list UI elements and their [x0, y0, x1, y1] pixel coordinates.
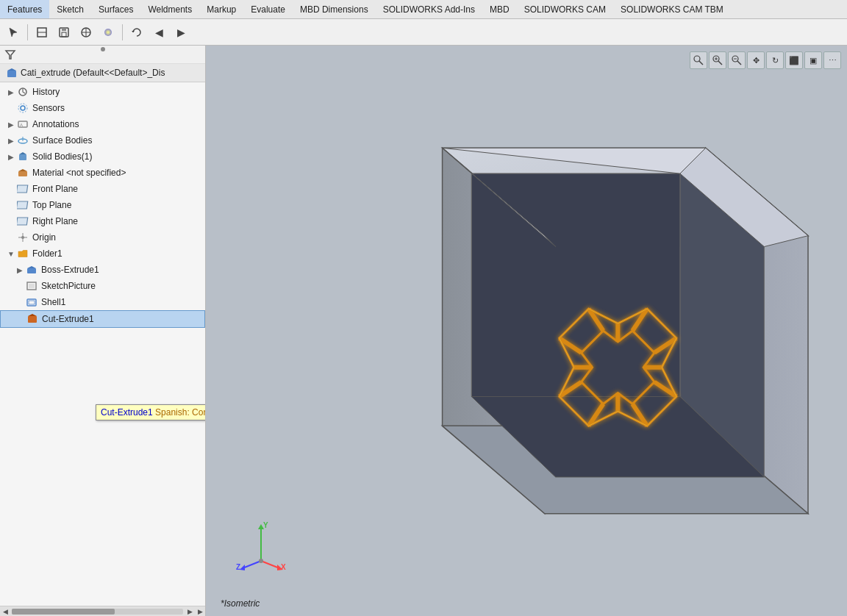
model-3d: [206, 46, 847, 616]
svg-rect-24: [17, 201, 28, 209]
3d-viewport[interactable]: ✥ ↻ ⬛ ▣ ⋯: [206, 46, 847, 616]
feature-tree-panel: Cati_extrude (Default<<Default>_Dis ▶ Hi…: [0, 46, 206, 616]
feature-tree: ▶ History ▶ Sensors ▶ A Annota: [0, 82, 205, 616]
tree-item-sketch-picture[interactable]: ▶ SketchPicture: [0, 278, 205, 294]
svg-text:Y: Y: [263, 521, 268, 529]
material-icon: [16, 166, 29, 179]
tree-item-right-plane[interactable]: ▶ Right Plane: [0, 213, 205, 229]
tree-item-front-plane[interactable]: ▶ Front Plane: [0, 181, 205, 197]
svg-line-40: [718, 61, 722, 65]
svg-point-13: [21, 106, 25, 110]
zoom-in-btn[interactable]: [709, 51, 726, 69]
menu-solidworks-cam-tbm[interactable]: SOLIDWORKS CAM TBM: [613, 0, 731, 18]
save-btn[interactable]: [54, 22, 74, 43]
tree-item-solid-bodies[interactable]: ▶ Solid Bodies(1): [0, 148, 205, 165]
menu-mbd-dimensions[interactable]: MBD Dimensions: [293, 0, 376, 18]
svg-point-28: [21, 236, 24, 239]
tree-item-surface-bodies[interactable]: ▶ Surface Bodies: [0, 132, 205, 148]
toolbar: ◀ ▶: [0, 19, 847, 46]
svg-rect-23: [17, 185, 28, 193]
chevron-right-btn[interactable]: ▶: [171, 22, 191, 43]
svg-rect-3: [62, 28, 66, 31]
orientation-btn[interactable]: [76, 22, 96, 43]
zoom-out-btn[interactable]: [728, 51, 746, 69]
svg-marker-30: [27, 266, 36, 268]
menu-markup[interactable]: Markup: [199, 0, 243, 18]
svg-rect-25: [17, 218, 28, 225]
tree-item-history[interactable]: ▶ History: [0, 84, 205, 100]
right-plane-icon: [16, 215, 29, 228]
tree-item-shell1[interactable]: ▶ Shell1: [0, 294, 205, 310]
appearance-btn[interactable]: [98, 22, 118, 43]
svg-point-37: [694, 56, 700, 62]
display-style-btn[interactable]: ▣: [804, 51, 822, 69]
expand-history[interactable]: ▶: [6, 87, 16, 97]
sketch-picture-label: SketchPicture: [41, 281, 202, 291]
menu-sketch[interactable]: Sketch: [49, 0, 91, 18]
sketch-view-btn[interactable]: [32, 22, 52, 43]
svg-line-76: [243, 561, 261, 568]
origin-icon: [16, 231, 29, 244]
surface-bodies-icon: [16, 134, 29, 147]
svg-point-79: [259, 559, 263, 563]
svg-text:X: X: [281, 563, 286, 571]
svg-marker-36: [28, 314, 37, 316]
panel-resize-handle[interactable]: [202, 46, 205, 616]
tree-item-boss-extrude1[interactable]: ▶ Boss-Extrude1: [0, 262, 205, 278]
svg-marker-11: [7, 68, 16, 71]
annotations-label: Annotations: [32, 119, 202, 129]
scroll-thumb-h[interactable]: [12, 609, 115, 615]
select-tool-btn[interactable]: [3, 22, 24, 43]
expand-surface-bodies[interactable]: ▶: [6, 135, 16, 146]
tree-item-origin[interactable]: ▶ Origin: [0, 229, 205, 246]
menu-surfaces[interactable]: Surfaces: [91, 0, 140, 18]
scroll-track-h[interactable]: [12, 609, 183, 615]
section-view-btn[interactable]: ⬛: [785, 51, 803, 69]
sketch-picture-icon: [25, 279, 38, 293]
shell1-icon: [25, 296, 38, 309]
menu-solidworks-cam[interactable]: SOLIDWORKS CAM: [517, 0, 613, 18]
horizontal-scrollbar[interactable]: ◀ ▶ ▶: [0, 606, 205, 616]
menu-solidworks-addins[interactable]: SOLIDWORKS Add-Ins: [376, 0, 482, 18]
svg-marker-53: [471, 173, 680, 396]
more-btn[interactable]: ⋯: [823, 51, 841, 69]
menu-weldments[interactable]: Weldments: [140, 0, 199, 18]
surface-bodies-label: Surface Bodies: [32, 135, 202, 146]
menu-mbd[interactable]: MBD: [482, 0, 517, 18]
svg-line-38: [699, 61, 703, 65]
tree-item-cut-extrude1[interactable]: ▶ Cut-Extrude1: [0, 310, 205, 328]
sensors-icon: [16, 101, 29, 115]
expand-solid-bodies[interactable]: ▶: [6, 151, 16, 162]
tree-item-material[interactable]: ▶ Material <not specified>: [0, 165, 205, 181]
annotations-icon: A: [16, 118, 29, 131]
view-rotate-btn[interactable]: [126, 22, 147, 43]
history-label: History: [32, 87, 202, 97]
solid-bodies-icon: [16, 150, 29, 163]
history-icon: [16, 85, 29, 99]
view-label: *Isometric: [221, 598, 260, 609]
pan-btn[interactable]: ✥: [747, 51, 765, 69]
expand-boss-extrude1[interactable]: ▶: [15, 265, 25, 275]
tree-item-annotations[interactable]: ▶ A Annotations: [0, 116, 205, 132]
tree-item-sensors[interactable]: ▶ Sensors: [0, 100, 205, 116]
toolbar-sep-2: [122, 24, 123, 40]
main-area: Cati_extrude (Default<<Default>_Dis ▶ Hi…: [0, 46, 847, 616]
front-plane-icon: [16, 182, 29, 196]
scroll-left-btn[interactable]: ◀: [0, 606, 10, 617]
chevron-left-btn[interactable]: ◀: [149, 22, 169, 43]
expand-folder1[interactable]: ▼: [6, 248, 16, 259]
tree-item-folder1[interactable]: ▼ Folder1: [0, 246, 205, 262]
zoom-to-fit-btn[interactable]: [690, 51, 707, 69]
sensors-label: Sensors: [32, 103, 202, 113]
toolbar-sep-1: [27, 24, 28, 40]
scroll-right-btn[interactable]: ▶: [185, 606, 195, 617]
cut-extrude1-label: Cut-Extrude1: [42, 314, 201, 324]
svg-marker-20: [19, 152, 26, 154]
tree-item-top-plane[interactable]: ▶ Top Plane: [0, 197, 205, 213]
rotate-btn[interactable]: ↻: [766, 51, 784, 69]
cut-extrude1-icon: [26, 312, 39, 326]
menu-evaluate[interactable]: Evaluate: [243, 0, 293, 18]
menu-features[interactable]: Features: [0, 0, 49, 18]
boss-extrude1-label: Boss-Extrude1: [41, 265, 202, 275]
expand-annotations[interactable]: ▶: [6, 119, 16, 129]
